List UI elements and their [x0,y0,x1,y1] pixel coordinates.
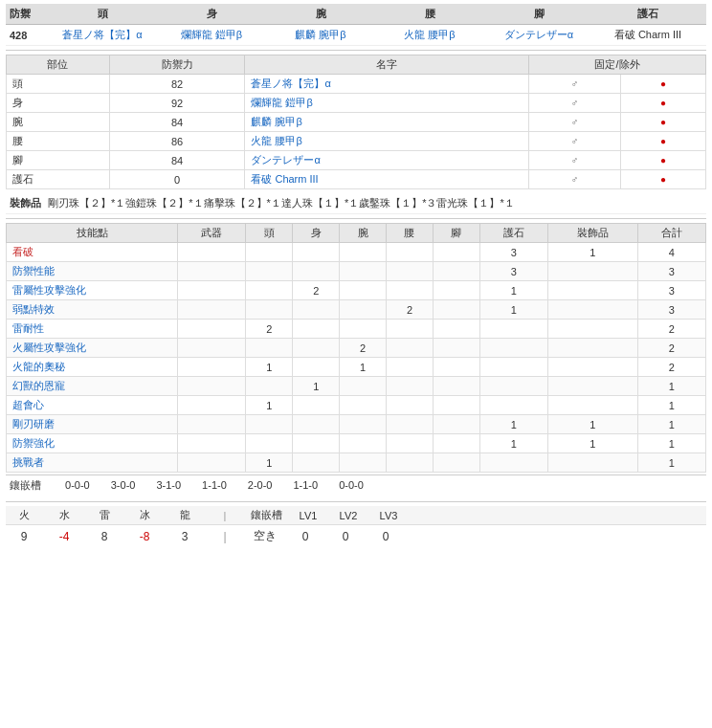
icon-cell: ♂ [529,113,621,132]
skill-val-cell [433,377,479,396]
skill-val-cell: 1 [637,377,705,396]
skill-val-cell [433,300,479,320]
skill-val-cell: 2 [637,339,705,358]
elem-header-cell: LV3 [374,510,403,521]
skill-val-cell [433,396,479,415]
name-cell[interactable]: 蒼星ノ将【完】α [245,75,529,94]
skill-val-cell: 1 [479,415,547,434]
skill-val-cell [548,377,638,396]
skill-val-cell [178,281,246,300]
stats-th-fixed: 固定/除外 [529,55,706,75]
skill-val-cell: 1 [548,243,638,262]
skill-val-cell: 1 [246,396,293,415]
elem-header-cell: 雷 [90,508,119,522]
skill-val-cell: 2 [387,300,434,320]
skill-val-cell: 1 [293,377,340,396]
equip-header-row: 防禦 頭 身 腕 腰 腳 護石 [6,4,706,25]
skill-val-cell: 1 [548,434,638,453]
skill-val-cell [548,358,638,377]
name-cell[interactable]: ダンテレザーα [245,151,529,170]
stats-th-name: 名字 [245,55,529,75]
skill-name-cell: 幻獸的恩寵 [7,377,178,396]
skill-val-cell: 1 [479,281,547,300]
skill-val-cell [178,434,246,453]
minus-cell[interactable]: ● [620,94,705,113]
elements-section: 火水雷冰龍|鑲嵌槽LV1LV2LV3 9-48-83|空き000 [6,501,706,547]
skill-val-cell [246,281,293,300]
skill-val-cell [246,377,293,396]
skill-val-cell [340,415,387,434]
skill-val-cell [340,262,387,281]
skill-val-cell: 1 [637,415,705,434]
skill-val-cell [387,434,434,453]
skill-val-cell: 3 [637,262,705,281]
elem-header-cell: 水 [50,508,78,522]
waist-equip[interactable]: 火龍 腰甲β [375,28,484,42]
stats-table: 部位 防禦力 名字 固定/除外 頭 82 蒼星ノ将【完】α ♂ ● 身 92 爛… [6,55,706,189]
leg-equip[interactable]: ダンテレザーα [484,28,593,42]
skill-val-cell: 4 [637,243,705,262]
skill-val-cell [178,320,246,339]
skills-th: 腕 [340,224,387,243]
skill-val-cell [178,415,246,434]
minus-cell[interactable]: ● [620,170,705,189]
skill-val-cell [340,377,387,396]
elem-val-cell: 0 [371,530,400,543]
minus-cell[interactable]: ● [620,75,705,94]
arm-equip[interactable]: 麒麟 腕甲β [266,28,375,42]
part-cell: 護石 [7,170,110,189]
name-cell[interactable]: 看破 Charm III [245,170,529,189]
skill-val-cell [548,300,638,320]
name-cell[interactable]: 爛輝龍 鎧甲β [245,94,529,113]
skill-row: 雷屬性攻擊強化213 [7,281,706,300]
skill-row: 防禦性能33 [7,262,706,281]
skill-val-cell [340,396,387,415]
elem-val-cell: 空き [251,528,279,544]
deco-row: 裝飾品 剛刃珠【２】*１強鎧珠【２】*１痛擊珠【２】*１達人珠【１】*１歲鑿珠【… [6,193,706,214]
skill-row: 防禦強化111 [7,434,706,453]
skill-val-cell [293,243,340,262]
skill-name-cell: 防禦性能 [7,262,178,281]
body-equip[interactable]: 爛輝龍 鎧甲β [157,28,266,42]
elem-sep-val: | [211,530,239,543]
icon-cell: ♂ [529,75,621,94]
skill-val-cell [548,396,638,415]
col-body-label: 身 [157,7,266,21]
charm-equip[interactable]: 看破 Charm III [593,28,702,42]
head-equip[interactable]: 蒼星ノ将【完】α [48,28,157,42]
skill-val-cell [433,453,479,473]
icon-cell: ♂ [529,94,621,113]
skill-name-cell: 挑戰者 [7,453,178,473]
skill-val-cell: 3 [479,243,547,262]
def-cell: 0 [109,170,245,189]
skill-val-cell [178,339,246,358]
icon-cell: ♂ [529,132,621,151]
skill-row: 幻獸的恩寵11 [7,377,706,396]
skill-val-cell [340,281,387,300]
skill-name-cell: 超會心 [7,396,178,415]
skill-row: 看破314 [7,243,706,262]
skill-val-cell: 1 [637,396,705,415]
name-cell[interactable]: 火龍 腰甲β [245,132,529,151]
def-cell: 86 [109,132,245,151]
skill-val-cell [178,300,246,320]
skill-val-cell [293,396,340,415]
def-cell: 84 [109,113,245,132]
stats-row: 身 92 爛輝龍 鎧甲β ♂ ● [7,94,706,113]
name-cell[interactable]: 麒麟 腕甲β [245,113,529,132]
skill-val-cell [293,453,340,473]
skill-val-cell [293,320,340,339]
slots-values: 0-0-0 3-0-0 3-1-0 1-1-0 2-0-0 1-1-0 0-0-… [44,479,364,491]
elem-header-cell: 火 [10,508,38,522]
minus-cell[interactable]: ● [620,113,705,132]
col-charm-label: 護石 [593,7,702,21]
skill-val-cell [387,453,434,473]
minus-cell[interactable]: ● [620,132,705,151]
skill-val-cell [433,339,479,358]
skill-name-cell: 防禦強化 [7,434,178,453]
minus-cell[interactable]: ● [620,151,705,170]
skill-val-cell [387,377,434,396]
skill-val-cell: 2 [246,320,293,339]
elem-val-cell: 8 [90,530,119,543]
skills-th: 護石 [479,224,547,243]
